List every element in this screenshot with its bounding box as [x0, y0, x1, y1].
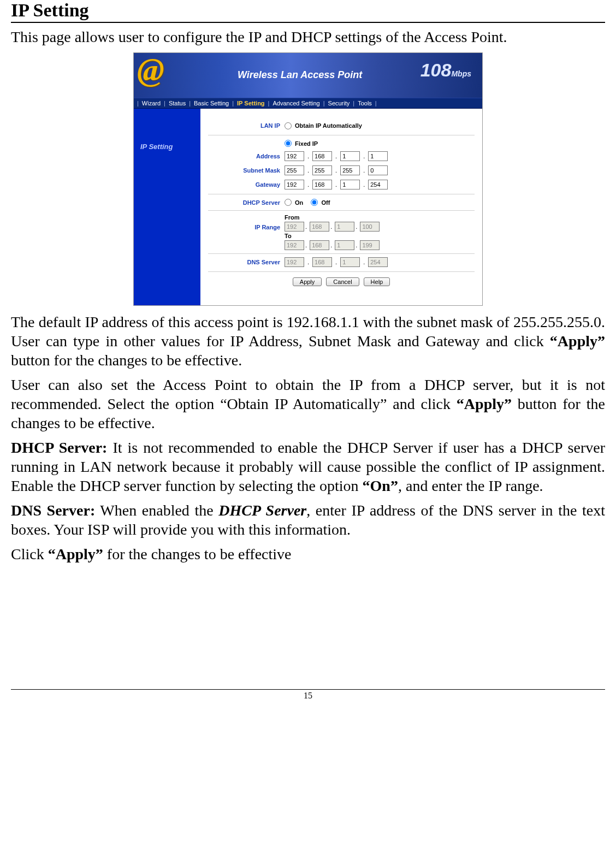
content-area: IP Setting LAN IP Obtain IP Automaticall…: [134, 109, 482, 305]
subnet-oct4[interactable]: [368, 165, 388, 175]
lan-ip-label: LAN IP: [208, 122, 285, 129]
nav-sep: |: [268, 100, 270, 106]
address-oct3[interactable]: [340, 151, 360, 161]
row-fixed-ip: Fixed IP: [208, 135, 475, 149]
nav-status[interactable]: Status: [168, 100, 187, 106]
nav-bar: | Wizard | Status | Basic Setting | IP S…: [134, 98, 482, 109]
intro-text: This page allows user to configure the I…: [11, 28, 605, 46]
dns-oct2: [312, 257, 332, 267]
p5c: for the changes to be effective: [103, 546, 292, 562]
dhcp-on-label: On: [295, 199, 303, 206]
gateway-oct4[interactable]: [368, 180, 388, 189]
gateway-label: Gateway: [208, 181, 285, 188]
speed-number: 108: [420, 60, 452, 80]
nav-sep: |: [189, 100, 191, 106]
config-screenshot: @ Wireless Lan Access Point 108Mbps | Wi…: [133, 52, 483, 306]
at-logo-icon: @: [137, 53, 164, 88]
dns-oct1: [285, 257, 304, 267]
p4a: DNS Server:: [11, 502, 95, 519]
from-oct3: [335, 222, 354, 232]
p4c: DHCP Server: [218, 502, 306, 519]
obtain-ip-label: Obtain IP Automatically: [295, 122, 362, 129]
row-iprange: IP Range From . . . To . . .: [208, 210, 475, 251]
apply-button[interactable]: Apply: [293, 277, 322, 286]
subnet-oct3[interactable]: [340, 165, 360, 175]
speed-unit: Mbps: [451, 69, 471, 78]
page-title: IP Setting: [11, 0, 605, 23]
paragraph-1: The default IP address of this access po…: [11, 312, 605, 370]
p3a: DHCP Server:: [11, 439, 107, 456]
p1b: “Apply”: [550, 333, 605, 350]
dns-oct4: [368, 257, 388, 267]
nav-tools[interactable]: Tools: [357, 100, 373, 106]
p3d: , and enter the IP range.: [398, 477, 543, 494]
dhcp-off-radio[interactable]: [311, 199, 318, 206]
dns-label: DNS Server: [208, 259, 285, 265]
dhcp-on-radio[interactable]: [285, 199, 292, 206]
banner-product-text: Wireless Lan Access Point: [238, 69, 362, 81]
paragraph-5: Click “Apply” for the changes to be effe…: [11, 544, 605, 564]
gateway-oct1[interactable]: [285, 180, 304, 189]
from-oct2: [310, 222, 329, 232]
p4b: When enabled the: [95, 502, 218, 519]
fixed-ip-radio[interactable]: [285, 140, 292, 147]
to-oct3: [335, 240, 354, 250]
banner-speed: 108Mbps: [420, 60, 471, 81]
row-lan-ip: LAN IP Obtain IP Automatically: [208, 119, 475, 133]
p5b: “Apply”: [48, 546, 103, 562]
dhcp-label: DHCP Server: [208, 199, 285, 206]
to-oct1: [285, 240, 304, 250]
row-subnet: Subnet Mask . . .: [208, 163, 475, 177]
paragraph-3: DHCP Server: It is not recommended to en…: [11, 438, 605, 495]
button-row: Apply Cancel Help: [208, 271, 475, 287]
nav-ip-setting[interactable]: IP Setting: [236, 100, 266, 106]
to-oct4: [360, 240, 380, 250]
form-panel: LAN IP Obtain IP Automatically Fixed IP …: [200, 109, 482, 305]
p1c: button for the changes to be effective.: [11, 352, 242, 369]
from-label: From: [285, 214, 475, 221]
address-oct2[interactable]: [312, 151, 332, 161]
help-button[interactable]: Help: [364, 277, 390, 286]
nav-wizard[interactable]: Wizard: [141, 100, 162, 106]
address-oct1[interactable]: [285, 151, 304, 161]
dhcp-off-label: Off: [321, 199, 330, 206]
from-oct4: [360, 222, 380, 232]
subnet-oct1[interactable]: [285, 165, 304, 175]
sidebar: IP Setting: [134, 109, 200, 305]
address-label: Address: [208, 153, 285, 159]
to-label: To: [285, 233, 475, 239]
nav-sep: |: [164, 100, 165, 106]
paragraph-4: DNS Server: When enabled the DHCP Server…: [11, 501, 605, 539]
p1a: The default IP address of this access po…: [11, 313, 605, 350]
gateway-oct3[interactable]: [340, 180, 360, 189]
subnet-label: Subnet Mask: [208, 167, 285, 174]
nav-security[interactable]: Security: [327, 100, 351, 106]
page-number: 15: [11, 690, 605, 701]
dns-oct3: [340, 257, 360, 267]
subnet-oct2[interactable]: [312, 165, 332, 175]
address-oct4[interactable]: [368, 151, 388, 161]
nav-sep: |: [353, 100, 354, 106]
fixed-ip-label: Fixed IP: [295, 140, 318, 147]
obtain-ip-radio[interactable]: [285, 122, 292, 129]
p3c: “On”: [363, 477, 398, 494]
p5a: Click: [11, 546, 48, 562]
nav-advanced-setting[interactable]: Advanced Setting: [271, 100, 321, 106]
p2b: “Apply”: [457, 395, 512, 412]
nav-sep: |: [137, 100, 139, 106]
from-oct1: [285, 222, 304, 232]
row-address: Address . . .: [208, 149, 475, 163]
paragraph-2: User can also set the Access Point to ob…: [11, 375, 605, 433]
gateway-oct2[interactable]: [312, 180, 332, 189]
to-oct2: [310, 240, 329, 250]
banner: @ Wireless Lan Access Point 108Mbps: [134, 53, 482, 98]
nav-sep: |: [375, 100, 377, 106]
row-gateway: Gateway . . .: [208, 177, 475, 192]
nav-basic-setting[interactable]: Basic Setting: [193, 100, 230, 106]
cancel-button[interactable]: Cancel: [326, 277, 359, 286]
iprange-label: IP Range: [208, 214, 285, 230]
sidebar-title: IP Setting: [134, 143, 200, 151]
row-dns: DNS Server . . .: [208, 253, 475, 268]
nav-sep: |: [323, 100, 325, 106]
nav-sep: |: [232, 100, 234, 106]
